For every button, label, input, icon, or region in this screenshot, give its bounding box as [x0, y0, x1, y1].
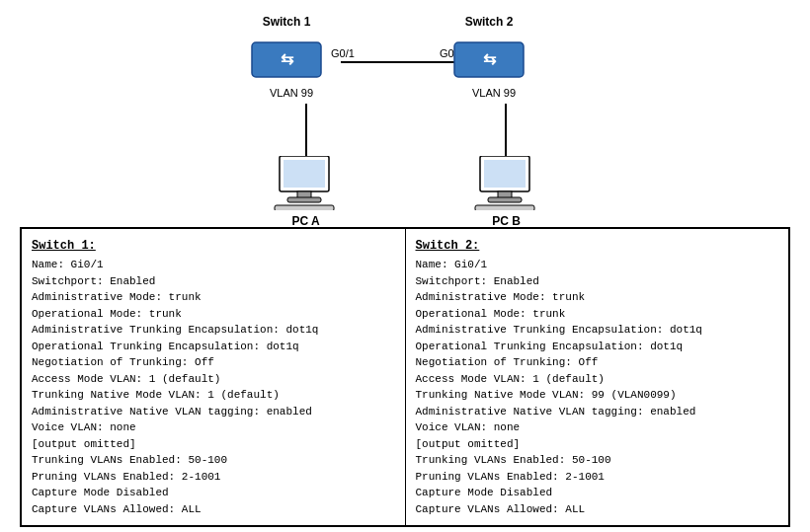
switch2-line: Negotiation of Trunking: Off: [416, 354, 779, 371]
svg-rect-13: [475, 205, 534, 210]
pc-a-icon: [270, 156, 344, 210]
switch1-line: Access Mode VLAN: 1 (default): [32, 371, 395, 388]
switch2-line: Administrative Mode: trunk: [416, 289, 779, 306]
svg-rect-12: [488, 197, 522, 202]
vert-line-left: [305, 104, 307, 158]
switch1-line: Pruning VLANs Enabled: 2-1001: [32, 469, 395, 486]
switch2-line: Administrative Native VLAN tagging: enab…: [416, 404, 779, 420]
svg-rect-10: [484, 160, 526, 188]
switch2-lines: Name: Gi0/1Switchport: EnabledAdministra…: [416, 257, 779, 517]
svg-text:⇆: ⇆: [281, 50, 294, 67]
vlan-left-label: VLAN 99: [252, 87, 331, 99]
switch2-label: Switch 2: [449, 15, 528, 29]
switch2-line: Voice VLAN: none: [416, 419, 779, 436]
svg-text:⇆: ⇆: [483, 50, 497, 67]
switch1-line: Operational Trunking Encapsulation: dot1…: [32, 339, 395, 355]
switch2-line: Capture VLANs Allowed: ALL: [416, 501, 779, 518]
switch2-line: [output omitted]: [416, 436, 779, 453]
switch2-line: Trunking Native Mode VLAN: 99 (VLAN0099): [416, 387, 779, 404]
switch2-line: Access Mode VLAN: 1 (default): [416, 371, 779, 388]
vert-line-right: [505, 104, 507, 158]
pc-b-icon: [470, 156, 544, 210]
switch2-line: Trunking VLANs Enabled: 50-100: [416, 452, 779, 469]
svg-rect-8: [275, 205, 334, 210]
network-diagram: Switch 1 ⇆ G0/1 G0/1 Switch 2 ⇆ VLAN 99: [0, 0, 810, 227]
switch1-line: Administrative Native VLAN tagging: enab…: [32, 404, 395, 420]
info-section: Switch 1: Name: Gi0/1Switchport: Enabled…: [20, 227, 790, 527]
switch2-line: Administrative Trunking Encapsulation: d…: [416, 322, 779, 339]
switch2-line: Operational Mode: trunk: [416, 306, 779, 323]
switch1-line: Trunking Native Mode VLAN: 1 (default): [32, 387, 395, 404]
switch2-line: Operational Trunking Encapsulation: dot1…: [416, 339, 779, 355]
switch1-line: Trunking VLANs Enabled: 50-100: [32, 452, 395, 469]
svg-rect-7: [287, 197, 321, 202]
vlan-right-label: VLAN 99: [454, 87, 533, 99]
switch1-panel: Switch 1: Name: Gi0/1Switchport: Enabled…: [22, 229, 406, 525]
switch1-line: Switchport: Enabled: [32, 273, 395, 290]
switch2-panel-title: Switch 2:: [416, 237, 779, 255]
switch1-line: Capture VLANs Allowed: ALL: [32, 501, 395, 518]
switch2-line: Pruning VLANs Enabled: 2-1001: [416, 469, 779, 486]
switch1-panel-title: Switch 1:: [32, 237, 395, 255]
switch2-panel: Switch 2: Name: Gi0/1Switchport: Enabled…: [406, 229, 789, 525]
switch1-line: Name: Gi0/1: [32, 257, 395, 273]
switch1-line: Voice VLAN: none: [32, 419, 395, 436]
switch1-line: [output omitted]: [32, 436, 395, 453]
pc-b-label: PC B: [469, 214, 543, 228]
switch1-line: Administrative Mode: trunk: [32, 289, 395, 306]
pc-a-label: PC A: [269, 214, 343, 228]
switch1-line: Operational Mode: trunk: [32, 306, 395, 323]
switch1-line: Negotiation of Trunking: Off: [32, 354, 395, 371]
switch1-icon: ⇆: [247, 35, 326, 89]
switch2-icon: ⇆: [449, 35, 528, 89]
switch1-line: Administrative Trunking Encapsulation: d…: [32, 322, 395, 339]
svg-rect-5: [284, 160, 325, 188]
switch2-line: Switchport: Enabled: [416, 273, 779, 290]
switch1-label: Switch 1: [247, 15, 326, 29]
switch2-line: Name: Gi0/1: [416, 257, 779, 273]
g0-1-left-label: G0/1: [331, 47, 355, 59]
switch2-line: Capture Mode Disabled: [416, 485, 779, 501]
switch1-line: Capture Mode Disabled: [32, 485, 395, 501]
switch1-lines: Name: Gi0/1Switchport: EnabledAdministra…: [32, 257, 395, 517]
